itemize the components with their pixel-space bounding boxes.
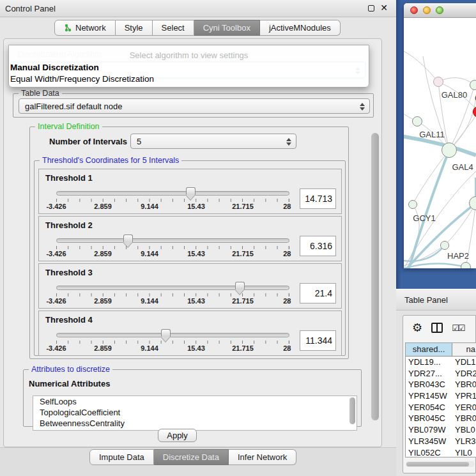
threshold-label: Threshold 2 <box>45 220 93 230</box>
tab-infer-network[interactable]: Infer Network <box>229 449 296 465</box>
tab-jactivemnodules[interactable]: jActiveMNodules <box>260 20 341 36</box>
tab-label: Infer Network <box>238 450 287 465</box>
network-icon <box>64 24 72 32</box>
list-scrollbar-thumb[interactable] <box>349 397 355 424</box>
threshold-panel-2: Threshold 2 -3.426 2.859 9.144 15.43 21.… <box>38 216 342 261</box>
table-row[interactable]: YBR045CYBR0 <box>406 413 476 424</box>
network-node-label: GCY1 <box>413 213 435 223</box>
thresholds-group: Threshold's Coordinates for 5 Intervals … <box>34 160 346 356</box>
bottom-tab-bar: Impute Data Discretize Data Infer Networ… <box>89 449 296 465</box>
network-node-label: HAP2 <box>447 251 469 261</box>
network-view-window[interactable]: GAL80GCGAL11GAL4GCY1HHAP2 <box>404 3 476 268</box>
network-node[interactable] <box>440 241 449 250</box>
list-item[interactable]: TopologicalCoefficient <box>33 407 357 418</box>
tab-style[interactable]: Style <box>116 20 153 36</box>
control-panel-titlebar: Control Panel ✕ <box>0 0 396 17</box>
threshold-slider[interactable]: -3.426 2.859 9.144 15.43 21.715 28 <box>56 283 289 306</box>
network-edges <box>404 18 476 268</box>
slider-thumb[interactable] <box>235 282 245 289</box>
table-panel-title: Table Panel <box>404 295 448 305</box>
list-item[interactable]: SelfLoops <box>33 396 357 407</box>
threshold-panel-1: Threshold 1 -3.426 2.859 9.144 15.43 21.… <box>38 169 342 214</box>
threshold-slider[interactable]: -3.426 2.859 9.144 15.43 21.715 28 <box>56 236 289 259</box>
algorithm-dropdown-popup: Select algorithm to view settings Manual… <box>8 45 369 88</box>
algorithm-option-manual[interactable]: Manual Discretization <box>10 63 366 72</box>
table-row[interactable]: YBL079WYBL0 <box>406 424 476 436</box>
table-row[interactable]: YDL19...YDL1 <box>406 357 476 368</box>
table-panel-titlebar[interactable]: Table Panel <box>396 289 476 311</box>
float-window-icon[interactable] <box>368 5 374 12</box>
column-header-shared-name[interactable]: shared... <box>406 343 452 356</box>
numerical-attributes-label: Numerical Attributes <box>29 379 110 388</box>
tab-impute-data[interactable]: Impute Data <box>89 449 154 465</box>
close-icon[interactable]: ✕ <box>380 3 388 12</box>
tab-label: jActiveMNodules <box>269 20 331 36</box>
select-columns-checkbox-icons[interactable]: ☑☑ <box>452 323 464 333</box>
tab-label: Network <box>75 20 106 36</box>
attributes-group-title: Attributes to discretize <box>29 365 112 374</box>
threshold-value-field[interactable]: 6.316 <box>300 236 336 256</box>
threshold-label: Threshold 4 <box>45 315 93 325</box>
table-row[interactable]: YER054CYER0 <box>406 402 476 413</box>
apply-button[interactable]: Apply <box>158 429 197 442</box>
slider-thumb[interactable] <box>186 187 196 195</box>
table-horizontal-scrollbar[interactable] <box>406 461 475 467</box>
combo-arrows-icon <box>285 137 292 147</box>
network-node[interactable] <box>441 142 457 158</box>
threshold-slider[interactable]: -3.426 2.859 9.144 15.43 21.715 28 <box>56 330 289 353</box>
network-window-titlebar[interactable] <box>404 3 476 18</box>
network-node[interactable] <box>412 116 422 127</box>
table-data-group: Table Data galFiltered.sif default node <box>13 93 374 118</box>
number-of-intervals-combobox[interactable]: 5 <box>130 134 296 149</box>
network-node-label: GAL11 <box>419 130 445 139</box>
numerical-attributes-list[interactable]: SelfLoops TopologicalCoefficient Between… <box>33 395 357 431</box>
network-view[interactable]: GAL80GCGAL11GAL4GCY1HHAP2 <box>404 18 476 268</box>
minimize-traffic-light-icon[interactable] <box>423 6 431 14</box>
slider-tick-labels: -3.426 2.859 9.144 15.43 21.715 28 <box>56 203 289 210</box>
threshold-slider[interactable]: -3.426 2.859 9.144 15.43 21.715 28 <box>56 188 289 211</box>
zoom-traffic-light-icon[interactable] <box>436 6 443 14</box>
network-node[interactable] <box>470 80 476 90</box>
column-header-name[interactable]: na <box>452 343 476 356</box>
settings-scrollbar-thumb[interactable] <box>371 133 379 420</box>
tab-network[interactable]: Network <box>54 20 116 36</box>
slider-track[interactable] <box>56 286 289 290</box>
scrollbar-thumb[interactable] <box>406 462 469 466</box>
network-node-label: GAL80 <box>441 90 467 100</box>
algorithm-placeholder-item[interactable]: Select algorithm to view settings <box>9 50 369 60</box>
slider-track[interactable] <box>56 191 289 196</box>
combo-arrows-icon <box>358 102 365 112</box>
list-item[interactable]: BetweennessCentrality <box>33 418 357 429</box>
table-panel: ⚙ ☑☑ shared... na YDL19...YDL1 YDR27...Y… <box>396 311 476 476</box>
tab-discretize-data[interactable]: Discretize Data <box>154 449 229 465</box>
tab-cyni-toolbox[interactable]: Cyni Toolbox <box>194 20 260 36</box>
threshold-value-field[interactable]: 21.4 <box>300 283 336 303</box>
table-row[interactable]: YLR345WYLR3 <box>406 436 476 447</box>
column-selector-icon[interactable] <box>431 323 443 333</box>
algorithm-option-equal-width[interactable]: Equal Width/Frequency Discretization <box>10 74 366 84</box>
close-traffic-light-icon[interactable] <box>410 6 418 14</box>
threshold-value-field[interactable]: 14.713 <box>300 188 336 209</box>
network-node[interactable] <box>408 200 417 209</box>
table-settings-gear-icon[interactable]: ⚙ <box>412 321 422 335</box>
threshold-value-field[interactable]: 11.344 <box>300 330 336 351</box>
table-row[interactable]: YDR27...YDR2 <box>406 368 476 380</box>
slider-thumb[interactable] <box>123 234 133 242</box>
slider-track[interactable] <box>56 333 289 337</box>
slider-ticks <box>56 199 289 202</box>
table-row[interactable]: YIL052CYIL0 <box>406 447 476 458</box>
node-attribute-table[interactable]: shared... na YDL19...YDL1 YDR27...YDR2 Y… <box>405 342 476 457</box>
table-toolbar: ⚙ ☑☑ <box>403 316 475 340</box>
slider-track[interactable] <box>56 238 289 243</box>
table-row[interactable]: YBR043CYBR0 <box>406 379 476 390</box>
slider-ticks <box>56 246 289 249</box>
table-row[interactable]: YPR145WYPR1 <box>406 390 476 402</box>
slider-thumb[interactable] <box>161 329 171 337</box>
number-of-intervals-label: Number of Intervals <box>49 137 127 146</box>
network-node[interactable] <box>461 262 471 268</box>
table-data-combobox[interactable]: galFiltered.sif default node <box>19 98 370 114</box>
tab-select[interactable]: Select <box>153 20 194 36</box>
table-header-row: shared... na <box>406 343 476 357</box>
threshold-panel-3: Threshold 3 -3.426 2.859 9.144 15.43 21.… <box>38 263 342 309</box>
network-node[interactable] <box>433 77 443 87</box>
